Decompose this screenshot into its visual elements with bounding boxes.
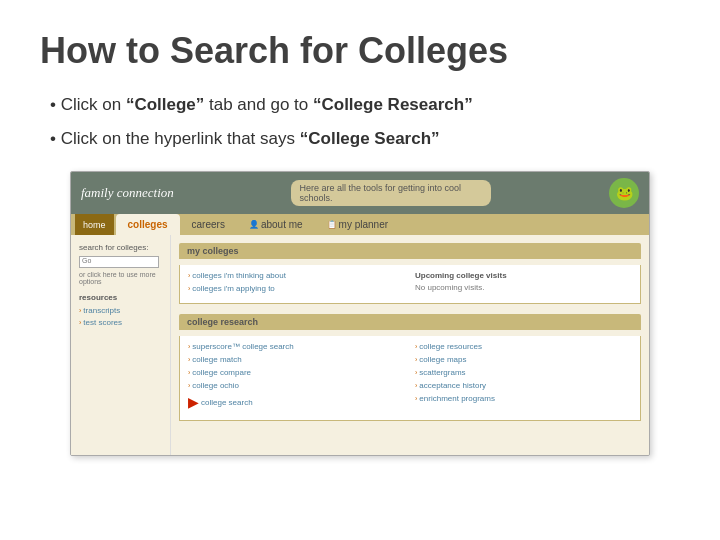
tab-my-planner[interactable]: 📋 my planner bbox=[315, 214, 400, 235]
my-colleges-section-content: › colleges i'm thinking about › colleges… bbox=[179, 265, 641, 304]
bullet1-h1: “College” bbox=[126, 95, 204, 114]
bullet1-mid: tab and go to bbox=[204, 95, 313, 114]
red-arrow-icon: ▶ bbox=[188, 394, 199, 410]
sidebar-search-label: search for colleges: bbox=[79, 243, 162, 252]
sidebar-search-input[interactable]: Go bbox=[79, 256, 159, 268]
speech-bubble: Here are all the tools for getting into … bbox=[291, 180, 491, 206]
tab-careers[interactable]: careers bbox=[180, 214, 237, 235]
link-college-ochio-label: college ochio bbox=[192, 381, 239, 390]
chevron-icon-6: › bbox=[188, 356, 190, 363]
my-colleges-section-header: my colleges bbox=[179, 243, 641, 259]
link-college-search-label: college search bbox=[201, 398, 253, 407]
resource-transcripts[interactable]: › transcripts bbox=[79, 306, 162, 315]
chevron-icon-5: › bbox=[188, 343, 190, 350]
fc-navigation: home colleges careers 👤 about me 📋 my pl… bbox=[71, 214, 649, 235]
fc-logo: family connection bbox=[81, 185, 174, 201]
link-superscore[interactable]: › superscore™ college search bbox=[188, 342, 405, 351]
link-superscore-label: superscore™ college search bbox=[192, 342, 293, 351]
tab-colleges-label: colleges bbox=[128, 219, 168, 230]
link-college-match-label: college match bbox=[192, 355, 241, 364]
my-colleges-columns: › colleges i'm thinking about › colleges… bbox=[188, 271, 632, 297]
chevron-icon-13: › bbox=[415, 395, 417, 402]
resource-test-scores-label: test scores bbox=[83, 318, 122, 327]
bullet-1: • Click on “College” tab and go to “Coll… bbox=[50, 92, 680, 118]
link-colleges-thinking[interactable]: › colleges i'm thinking about bbox=[188, 271, 405, 280]
chevron-icon-3: › bbox=[188, 272, 190, 279]
fc-sidebar: search for colleges: Go or click here to… bbox=[71, 235, 171, 455]
college-research-columns: › superscore™ college search › college m… bbox=[188, 342, 632, 414]
chevron-icon-8: › bbox=[188, 382, 190, 389]
link-college-resources[interactable]: › college resources bbox=[415, 342, 632, 351]
link-college-ochio[interactable]: › college ochio bbox=[188, 381, 405, 390]
link-acceptance-history-label: acceptance history bbox=[419, 381, 486, 390]
link-college-compare[interactable]: › college compare bbox=[188, 368, 405, 377]
bullet-list: • Click on “College” tab and go to “Coll… bbox=[40, 92, 680, 151]
link-enrichment-programs-label: enrichment programs bbox=[419, 394, 495, 403]
tab-careers-label: careers bbox=[192, 219, 225, 230]
link-college-resources-label: college resources bbox=[419, 342, 482, 351]
link-acceptance-history[interactable]: › acceptance history bbox=[415, 381, 632, 390]
chevron-icon-2: › bbox=[79, 319, 81, 326]
resource-test-scores[interactable]: › test scores bbox=[79, 318, 162, 327]
my-colleges-right-col: Upcoming college visits No upcoming visi… bbox=[415, 271, 632, 297]
tab-about-me-icon: 👤 bbox=[249, 220, 259, 229]
resources-title: resources bbox=[79, 293, 162, 302]
home-tab[interactable]: home bbox=[75, 214, 114, 235]
tab-colleges[interactable]: colleges bbox=[116, 214, 180, 235]
fc-main-content: search for colleges: Go or click here to… bbox=[71, 235, 649, 455]
tab-planner-icon: 📋 bbox=[327, 220, 337, 229]
tab-my-planner-label: my planner bbox=[339, 219, 388, 230]
bullet-2: • Click on the hyperlink that says “Coll… bbox=[50, 126, 680, 152]
college-research-left-col: › superscore™ college search › college m… bbox=[188, 342, 405, 414]
chevron-icon-10: › bbox=[415, 356, 417, 363]
bullet2-prefix: Click on the hyperlink that says bbox=[61, 129, 300, 148]
chevron-icon: › bbox=[79, 307, 81, 314]
link-enrichment-programs[interactable]: › enrichment programs bbox=[415, 394, 632, 403]
sidebar-search-hint: or click here to use more options bbox=[79, 271, 162, 285]
link-college-maps[interactable]: › college maps bbox=[415, 355, 632, 364]
link-college-match[interactable]: › college match bbox=[188, 355, 405, 364]
bullet2-h1: “College Search” bbox=[300, 129, 440, 148]
college-research-right-col: › college resources › college maps › sca… bbox=[415, 342, 632, 414]
link-college-compare-label: college compare bbox=[192, 368, 251, 377]
frog-icon: 🐸 bbox=[609, 178, 639, 208]
link-college-maps-label: college maps bbox=[419, 355, 466, 364]
college-research-section-header: college research bbox=[179, 314, 641, 330]
tab-about-me-label: about me bbox=[261, 219, 303, 230]
tab-about-me[interactable]: 👤 about me bbox=[237, 214, 315, 235]
sidebar-go-label: Go bbox=[80, 256, 93, 265]
bullet1-h2: “College Research” bbox=[313, 95, 473, 114]
screenshot-header: family connection Here are all the tools… bbox=[71, 172, 649, 214]
screenshot: family connection Here are all the tools… bbox=[70, 171, 650, 456]
bullet1-prefix: Click on bbox=[61, 95, 126, 114]
chevron-icon-7: › bbox=[188, 369, 190, 376]
my-colleges-left-col: › colleges i'm thinking about › colleges… bbox=[188, 271, 405, 297]
link-colleges-applying[interactable]: › colleges i'm applying to bbox=[188, 284, 405, 293]
link-colleges-applying-label: colleges i'm applying to bbox=[192, 284, 274, 293]
chevron-icon-9: › bbox=[415, 343, 417, 350]
upcoming-visits-title: Upcoming college visits bbox=[415, 271, 632, 280]
college-research-section-content: › superscore™ college search › college m… bbox=[179, 336, 641, 421]
link-college-search[interactable]: ▶ college search bbox=[188, 394, 405, 410]
slide: How to Search for Colleges • Click on “C… bbox=[0, 0, 720, 540]
link-scattergrams-label: scattergrams bbox=[419, 368, 465, 377]
link-scattergrams[interactable]: › scattergrams bbox=[415, 368, 632, 377]
chevron-icon-4: › bbox=[188, 285, 190, 292]
resource-transcripts-label: transcripts bbox=[83, 306, 120, 315]
chevron-icon-11: › bbox=[415, 369, 417, 376]
fc-right-content: my colleges › colleges i'm thinking abou… bbox=[171, 235, 649, 455]
link-colleges-thinking-label: colleges i'm thinking about bbox=[192, 271, 286, 280]
chevron-icon-12: › bbox=[415, 382, 417, 389]
slide-title: How to Search for Colleges bbox=[40, 30, 680, 72]
no-visits-text: No upcoming visits. bbox=[415, 283, 632, 292]
